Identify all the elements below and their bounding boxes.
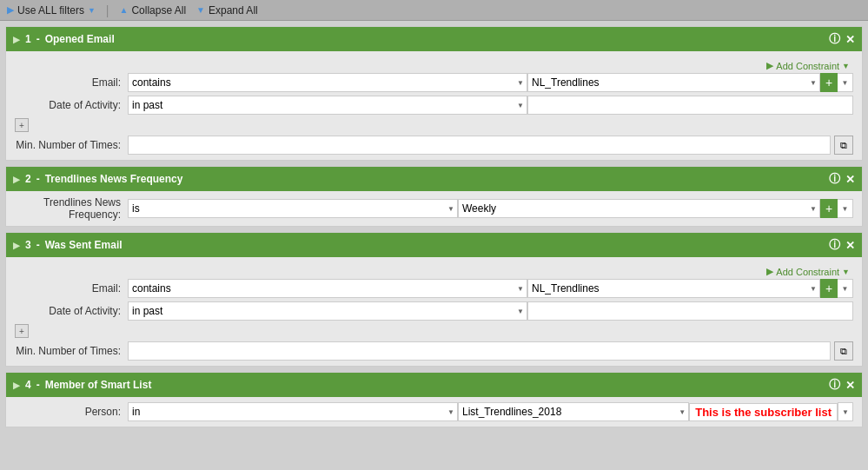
filter-1-email-value-wrapper: NL_Trendlines — [527, 73, 820, 92]
filter-4-close-btn[interactable]: ✕ — [845, 379, 855, 392]
filter-3-min-number-row: Min. Number of Times: 10 ⧉ — [15, 341, 853, 361]
filter-1-date-operator-wrapper: in past after before — [128, 96, 527, 115]
filter-2-dash: - — [36, 173, 40, 185]
filter-3-add-constraint-down: ▼ — [842, 268, 850, 276]
filter-1-min-label: Min. Number of Times: — [15, 139, 128, 151]
use-all-filters-item[interactable]: ▶ Use ALL filters ▼ — [7, 4, 96, 17]
filter-1-min-input[interactable]: 4 — [128, 136, 831, 155]
filter-3-date-label: Date of Activity: — [15, 305, 128, 317]
filter-2-freq-right: Weekly Daily Monthly + ▼ — [458, 199, 853, 218]
filter-1-date-value[interactable]: 90 days — [527, 96, 853, 115]
filter-1-email-arrow-btn[interactable]: ▼ — [838, 73, 853, 92]
filter-3-min-label: Min. Number of Times: — [15, 345, 128, 357]
filter-3-email-plus-btn[interactable]: + — [820, 279, 838, 298]
filter-1-email-operator-wrapper: contains not contains is — [128, 73, 527, 92]
expand-all-item[interactable]: ▼ Expand All — [196, 4, 258, 17]
filter-1-email-value[interactable]: NL_Trendlines — [527, 73, 820, 92]
filter-2-freq-value[interactable]: Weekly Daily Monthly — [458, 199, 820, 218]
filter-3-close-btn[interactable]: ✕ — [845, 239, 855, 252]
filter-3-add-constraint-btn[interactable]: ▶ Add Constraint ▼ — [766, 266, 850, 277]
filter-1-min-row: + — [15, 118, 853, 132]
filter-1-email-label: Email: — [15, 76, 128, 89]
filter-4-arrow[interactable]: ▶ — [13, 381, 20, 390]
filter-4-person-right: List_Trendlines_2018 This is the subscri… — [458, 402, 853, 421]
filter-4-dash: - — [36, 379, 40, 391]
filter-3-date-right: 90 days — [527, 301, 853, 321]
filter-2-freq-arrow-btn[interactable]: ▼ — [838, 199, 853, 218]
filter-3-min-input[interactable]: 10 — [128, 341, 831, 361]
filter-1-min-number-row: Min. Number of Times: 4 ⧉ — [15, 136, 853, 155]
filter-2-info-btn[interactable]: ⓘ — [829, 171, 840, 187]
filter-body-2: Trendlines News Frequency: is is not Wee… — [6, 191, 862, 226]
filter-3-name: Was Sent Email — [45, 239, 123, 251]
filter-4-header-icons: ⓘ ✕ — [829, 377, 855, 393]
filter-3-date-row: Date of Activity: in past after 90 days — [15, 301, 853, 321]
filter-block-3: ▶ 3 - Was Sent Email ⓘ ✕ ▶ Add Constrain… — [5, 232, 863, 367]
filter-2-freq-value-wrapper: Weekly Daily Monthly — [458, 199, 820, 218]
filter-3-number: 3 — [25, 239, 31, 251]
filter-4-number: 4 — [25, 379, 31, 391]
filter-3-email-operator-wrapper: contains not contains — [128, 279, 527, 298]
filter-2-number: 2 — [25, 173, 31, 185]
filter-4-person-value[interactable]: List_Trendlines_2018 — [458, 402, 689, 421]
filter-4-person-arrow-btn[interactable]: ▼ — [838, 402, 853, 421]
expand-all-label: Expand All — [209, 4, 258, 17]
add-constraint-arrow-icon: ▶ — [766, 60, 773, 71]
filter-2-arrow[interactable]: ▶ — [13, 175, 20, 184]
filter-3-header-icons: ⓘ ✕ — [829, 237, 855, 253]
filter-3-add-constraint-row: ▶ Add Constraint ▼ — [15, 262, 853, 279]
filter-1-date-operator[interactable]: in past after before — [128, 96, 527, 115]
filter-3-copy-btn[interactable]: ⧉ — [834, 341, 853, 361]
filter-2-freq-plus-btn[interactable]: + — [820, 199, 838, 218]
filter-3-arrow[interactable]: ▶ — [13, 241, 20, 250]
filter-1-email-plus-btn[interactable]: + — [820, 73, 838, 92]
filter-header-left-2: ▶ 2 - Trendlines News Frequency — [13, 173, 182, 185]
filter-2-freq-operator[interactable]: is is not — [128, 199, 458, 218]
filter-1-email-operator[interactable]: contains not contains is — [128, 73, 527, 92]
filter-1-arrow[interactable]: ▶ — [13, 35, 20, 44]
filter-3-email-operator[interactable]: contains not contains — [128, 279, 527, 298]
filter-icon: ▶ — [7, 4, 14, 16]
toolbar-separator-1: | — [106, 3, 109, 17]
filter-3-date-operator[interactable]: in past after — [128, 301, 527, 321]
filter-header-1: ▶ 1 - Opened Email ⓘ ✕ — [6, 27, 862, 51]
filter-body-3: ▶ Add Constraint ▼ Email: contains not c… — [6, 257, 862, 366]
filter-header-3: ▶ 3 - Was Sent Email ⓘ ✕ — [6, 233, 862, 257]
filter-4-info-btn[interactable]: ⓘ — [829, 377, 840, 393]
filter-3-expand-icon[interactable]: + — [15, 324, 29, 338]
collapse-all-label: Collapse All — [131, 4, 186, 17]
collapse-all-item[interactable]: ▲ Collapse All — [119, 4, 186, 17]
filter-header-4: ▶ 4 - Member of Smart List ⓘ ✕ — [6, 373, 862, 397]
filter-3-email-value-wrapper: NL_Trendlines — [527, 279, 820, 298]
use-all-filters-label: Use ALL filters — [17, 4, 84, 17]
filter-1-copy-btn[interactable]: ⧉ — [834, 136, 853, 155]
filter-1-add-constraint-label: Add Constraint — [776, 61, 839, 71]
expand-icon: ▼ — [196, 5, 205, 15]
filter-1-title: 1 — [25, 33, 31, 45]
filter-1-expand-icon[interactable]: + — [15, 118, 29, 132]
filter-1-date-label: Date of Activity: — [15, 99, 128, 111]
filter-3-add-constraint-arrow: ▶ — [766, 266, 773, 277]
filter-3-email-arrow-btn[interactable]: ▼ — [838, 279, 853, 298]
filter-1-add-constraint-btn[interactable]: ▶ Add Constraint ▼ — [766, 60, 850, 71]
filter-2-close-btn[interactable]: ✕ — [845, 173, 855, 186]
filter-header-2: ▶ 2 - Trendlines News Frequency ⓘ ✕ — [6, 167, 862, 191]
filter-1-name: Opened Email — [45, 33, 115, 45]
filter-header-left-4: ▶ 4 - Member of Smart List — [13, 379, 151, 391]
filter-4-person-value-wrapper: List_Trendlines_2018 — [458, 402, 689, 421]
filter-1-header-icons: ⓘ ✕ — [829, 31, 855, 47]
filter-dropdown-icon: ▼ — [88, 6, 96, 15]
filter-1-add-constraint-down: ▼ — [842, 62, 850, 70]
filter-1-info-btn[interactable]: ⓘ — [829, 31, 840, 47]
filter-4-person-operator-wrapper: in not in — [128, 402, 458, 421]
filter-3-date-value[interactable]: 90 days — [527, 301, 853, 321]
filter-3-info-btn[interactable]: ⓘ — [829, 237, 840, 253]
filter-1-add-constraint-row: ▶ Add Constraint ▼ — [15, 56, 853, 73]
filter-1-close-btn[interactable]: ✕ — [845, 33, 855, 46]
filter-2-freq-operator-wrapper: is is not — [128, 199, 458, 218]
filter-3-email-label: Email: — [15, 282, 128, 295]
filter-4-person-operator[interactable]: in not in — [128, 402, 458, 421]
filter-1-email-right: NL_Trendlines + ▼ — [527, 73, 853, 92]
filter-1-date-right: 90 days — [527, 96, 853, 115]
filter-3-email-value[interactable]: NL_Trendlines — [527, 279, 820, 298]
